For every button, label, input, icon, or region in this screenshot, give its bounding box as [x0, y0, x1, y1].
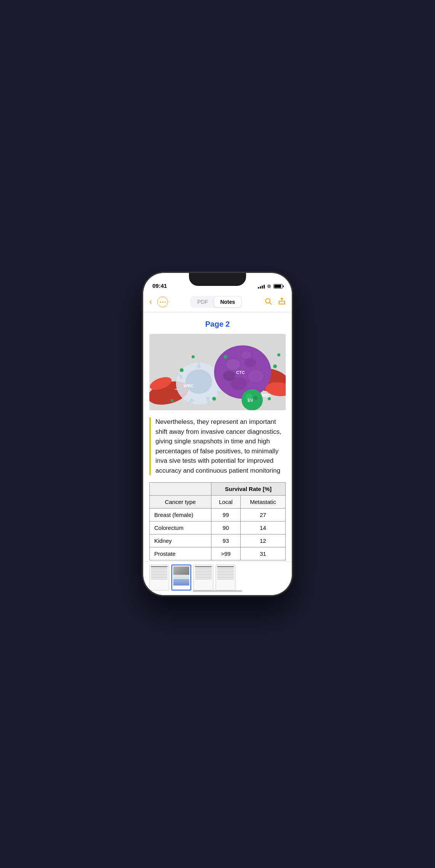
table-cell-metastatic: 31 — [240, 547, 285, 560]
svg-point-23 — [242, 351, 251, 359]
svg-text:RBC: RBC — [262, 393, 271, 398]
nav-bar: ‹ PDF Notes — [143, 292, 292, 312]
svg-point-31 — [212, 397, 216, 401]
svg-point-15 — [186, 369, 212, 394]
table-col1-header: Cancer type — [150, 496, 211, 509]
battery-icon — [273, 284, 283, 289]
notch — [189, 273, 246, 286]
svg-point-36 — [277, 353, 280, 356]
table-row: Colorectum 90 14 — [150, 521, 286, 534]
more-button[interactable] — [157, 297, 168, 307]
quote-text: Nevertheless, they represent an importan… — [155, 417, 286, 475]
table-cell-type: Prostate — [150, 547, 211, 560]
table-row: Kidney 93 12 — [150, 534, 286, 547]
status-time: 09:41 — [152, 282, 167, 289]
status-icons: ⊛ — [258, 283, 283, 289]
svg-text:WBC: WBC — [184, 383, 194, 388]
svg-point-18 — [226, 359, 240, 370]
svg-point-32 — [273, 364, 277, 368]
table-header-survival: Survival Rate [%] — [211, 483, 285, 496]
quote-block: Nevertheless, they represent an importan… — [149, 417, 286, 475]
svg-point-35 — [192, 355, 195, 358]
svg-point-22 — [223, 371, 235, 381]
tab-switcher: PDF Notes — [190, 296, 242, 308]
svg-point-20 — [248, 370, 264, 382]
svg-point-30 — [224, 355, 227, 359]
table-cell-local: 90 — [211, 521, 240, 534]
svg-point-19 — [245, 358, 256, 367]
thumbnail-2[interactable] — [171, 565, 191, 590]
survival-rate-table: Survival Rate [%] Cancer type Local Meta… — [149, 482, 286, 560]
home-indicator[interactable] — [193, 590, 242, 592]
back-button[interactable]: ‹ — [149, 297, 152, 307]
phone-screen: 09:41 ⊛ ‹ — [143, 273, 292, 595]
svg-text:CTC: CTC — [236, 370, 245, 375]
nav-right — [264, 297, 286, 307]
share-icon[interactable] — [278, 297, 286, 307]
table-cell-metastatic: 12 — [240, 534, 285, 547]
phone-frame: 09:41 ⊛ ‹ — [143, 273, 292, 595]
table-cell-metastatic: 27 — [240, 509, 285, 521]
content-area[interactable]: ‹ PDF Notes — [143, 292, 292, 595]
table-cell-local: 93 — [211, 534, 240, 547]
quote-bar — [149, 417, 151, 475]
page2-content: Page 2 — [143, 312, 292, 573]
table-cell-type: Breast (female) — [150, 509, 211, 521]
tab-pdf[interactable]: PDF — [191, 297, 214, 307]
search-icon[interactable] — [264, 297, 272, 307]
thumbnail-3[interactable] — [194, 565, 213, 590]
table-cell-type: Colorectum — [150, 521, 211, 534]
table-cell-local: >99 — [211, 547, 240, 560]
thumbnail-4[interactable] — [216, 565, 235, 590]
svg-line-1 — [270, 302, 272, 304]
thumbnail-1[interactable] — [149, 565, 169, 590]
table-empty-header — [150, 483, 211, 496]
table-cell-local: 99 — [211, 509, 240, 521]
page2-title: Page 2 — [143, 317, 292, 334]
svg-point-34 — [171, 399, 174, 402]
signal-icon — [258, 284, 265, 289]
table-row: Prostate >99 31 — [150, 547, 286, 560]
table-subheader-metastatic: Metastatic — [240, 496, 285, 509]
table-row: Breast (female) 99 27 — [150, 509, 286, 521]
svg-point-29 — [180, 368, 184, 372]
tab-notes[interactable]: Notes — [214, 297, 241, 307]
table-cell-metastatic: 14 — [240, 521, 285, 534]
svg-point-33 — [268, 397, 271, 400]
table-cell-type: Kidney — [150, 534, 211, 547]
wifi-icon: ⊛ — [267, 283, 271, 289]
table-subheader-local: Local — [211, 496, 240, 509]
nav-left: ‹ — [149, 297, 168, 307]
svg-text:EV: EV — [248, 398, 253, 403]
svg-point-27 — [253, 396, 257, 400]
cell-image: WBC CTC — [149, 334, 286, 410]
